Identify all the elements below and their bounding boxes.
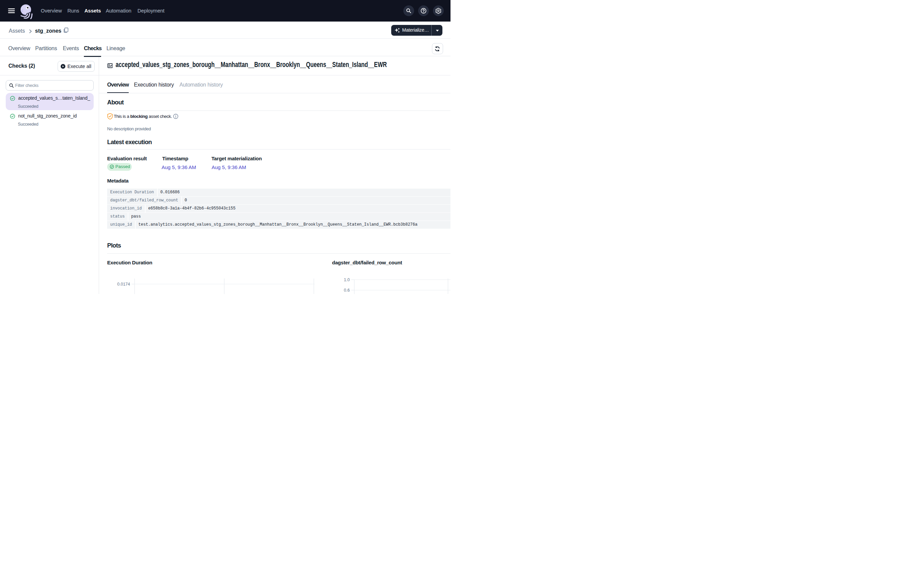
svg-text:0.0174: 0.0174 [117,282,130,286]
svg-text:0.6: 0.6 [344,288,350,292]
svg-text:1.0: 1.0 [344,277,350,282]
